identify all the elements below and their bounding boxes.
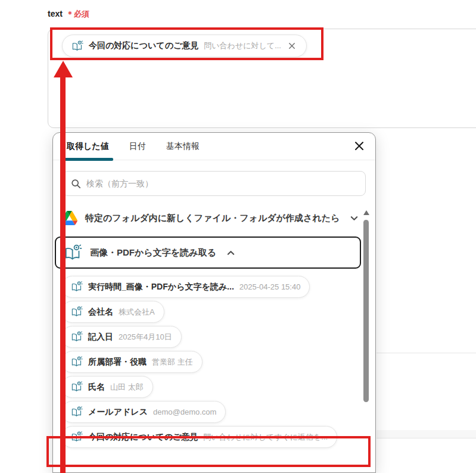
chip-name: メールアドレス [88,407,148,418]
tab-label: 日付 [129,141,146,152]
chip-value: demo@demo.com [153,407,216,416]
variable-chip-feedback[interactable]: 今回の対応についてのご意見 問い合わせに対してすぐに返信を... [61,426,337,448]
book-ocr-icon [71,331,83,343]
close-icon [288,42,296,50]
tab-acquired-values[interactable]: 取得した値 [63,133,113,160]
chip-value: 山田 太郎 [110,382,144,393]
close-icon [353,140,365,152]
chip-value: 2025年4月10日 [119,332,172,343]
operation-label: 画像・PDFから文字を読み取る [90,247,216,259]
variable-chip-email[interactable]: メールアドレス demo@demo.com [61,401,226,423]
variable-picker-modal: 取得した値 日付 基本情報 特定のフォルダ内に新しくファイル・フォルダが作成され… [52,132,376,473]
search-box [63,171,366,196]
variable-chip-entry-date[interactable]: 記入日 2025年4月10日 [61,326,182,348]
page: text＊必須 今回の対応についてのご意見 問い合わせに対して... 取得した値… [0,0,476,473]
chip-value: 営業部 主任 [152,357,193,368]
trigger-label: 特定のフォルダ内に新しくファイル・フォルダが作成されたら [85,213,340,224]
book-ocr-icon [71,281,83,292]
scroll-up-arrow[interactable] [363,210,369,215]
chip-remove-button[interactable] [288,41,297,51]
tab-basic-info[interactable]: 基本情報 [162,133,204,160]
field-label: text＊必須 [48,9,89,20]
tab-date[interactable]: 日付 [125,133,150,160]
search-icon [71,179,81,189]
book-ocr-icon [71,406,83,418]
scrollbar [363,210,369,215]
chip-name: 実行時間_画像・PDFから文字を読み... [88,282,234,292]
book-ocr-icon [71,381,83,393]
chevron-up-icon [226,248,235,257]
chip-name: 所属部署・役職 [88,357,147,368]
text-field[interactable]: 今回の対応についてのご意見 問い合わせに対して... [48,29,476,128]
scrollbar-thumb[interactable] [363,220,369,402]
modal-close-button[interactable] [353,140,366,153]
operation-row-ocr[interactable]: 画像・PDFから文字を読み取る [55,236,361,269]
google-drive-icon [61,211,77,225]
book-ocr-icon [71,431,83,443]
book-ocr-icon [71,41,83,52]
variable-chip-execution-time[interactable]: 実行時間_画像・PDFから文字を読み... 2025-04-25 15:40 [61,276,310,298]
chip-name: 今回の対応についてのご意見 [89,41,198,51]
variable-chip-company-name[interactable]: 会社名 株式会社A [61,301,164,323]
chip-value: 問い合わせに対して... [204,41,281,51]
required-badge: ＊必須 [66,10,89,18]
chip-name: 氏名 [88,382,105,393]
modal-header: 取得した値 日付 基本情報 [53,133,375,160]
chip-value: 株式会社A [119,307,155,318]
variable-chip-full-name[interactable]: 氏名 山田 太郎 [61,376,153,398]
background-divider [377,353,476,353]
chip-name: 今回の対応についてのご意見 [88,432,198,443]
variable-chips: 実行時間_画像・PDFから文字を読み... 2025-04-25 15:40 会… [61,276,367,451]
field-label-text: text [48,9,63,18]
chevron-down-icon [350,214,359,223]
chip-name: 記入日 [88,332,113,343]
tab-label: 基本情報 [166,141,200,152]
selected-variable-chip[interactable]: 今回の対応についてのご意見 問い合わせに対して... [62,35,307,57]
background-field-edge [377,430,476,438]
tab-label: 取得した値 [67,141,109,152]
search-input[interactable] [86,179,357,188]
trigger-row-google-drive[interactable]: 特定のフォルダ内に新しくファイル・フォルダが作成されたら [61,204,367,232]
chip-value: 問い合わせに対してすぐに返信を... [203,432,328,443]
book-ocr-icon [71,306,83,318]
variable-list: 特定のフォルダ内に新しくファイル・フォルダが作成されたら 画像・PDFから文字を… [53,204,375,451]
chip-name: 会社名 [88,307,113,318]
book-ocr-icon [64,244,82,262]
variable-chip-department-role[interactable]: 所属部署・役職 営業部 主任 [61,351,203,373]
chip-value: 2025-04-25 15:40 [239,282,301,291]
book-ocr-icon [71,356,83,368]
